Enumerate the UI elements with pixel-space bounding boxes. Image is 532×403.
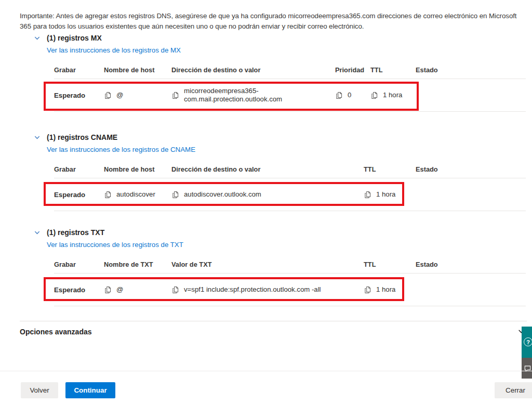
column-header: Valor de TXT — [171, 261, 364, 268]
record-cell: 1 hora — [364, 285, 416, 294]
column-header: TTL — [370, 66, 416, 74]
table-header-row: GrabarNombre de hostDirección de destino… — [54, 163, 526, 178]
dns-records-section-txt: (1) registros TXTVer las instrucciones d… — [0, 228, 532, 306]
copy-icon[interactable] — [370, 92, 378, 99]
chevron-down-icon[interactable] — [33, 134, 41, 141]
record-cell: 0 — [335, 91, 370, 99]
copy-icon[interactable] — [364, 286, 371, 294]
record-value: @ — [116, 91, 123, 99]
record-value: 1 hora — [376, 285, 395, 294]
record-cell: autodiscover — [104, 190, 171, 199]
dns-records-table: GrabarNombre de TXTValor de TXTTTLEstado… — [54, 258, 526, 306]
help-icon: ? — [524, 337, 532, 346]
record-cell: 1 hora — [364, 190, 416, 199]
add-dns-records-page: { "notice": "Importante: Antes de agrega… — [0, 0, 532, 403]
dns-records-section-cname: (1) registros CNAMEVer las instrucciones… — [0, 133, 532, 211]
copy-icon[interactable] — [104, 191, 112, 199]
advanced-options-toggle[interactable]: Opciones avanzadas — [20, 328, 92, 336]
section-instructions-link[interactable]: Ver las instrucciones de los registros d… — [47, 146, 195, 154]
footer-divider — [0, 371, 532, 371]
record-value: 1 hora — [383, 91, 402, 99]
record-status: Esperado — [54, 191, 104, 199]
chevron-down-icon[interactable] — [33, 229, 41, 236]
section-header: (1) registros CNAME — [0, 133, 532, 142]
copy-icon[interactable] — [104, 286, 112, 294]
record-value: v=spf1 include:spf.protection.outlook.co… — [184, 285, 321, 294]
record-value: 1 hora — [376, 190, 395, 199]
dns-record-row: Esperadoautodiscoverautodiscover.outlook… — [54, 178, 526, 211]
record-value: 0 — [348, 91, 351, 99]
section-instructions-link[interactable]: Ver las instrucciones de los registros d… — [47, 241, 183, 249]
record-cell: autodiscover.outlook.com — [171, 190, 364, 199]
column-header: Dirección de destino o valor — [171, 66, 335, 74]
copy-icon[interactable] — [171, 286, 179, 294]
dns-records-table: GrabarNombre de hostDirección de destino… — [54, 64, 526, 112]
continue-button[interactable]: Continuar — [65, 382, 115, 398]
dns-record-row: Esperado@micorreodeempresa365-com.mail.p… — [54, 79, 526, 112]
close-button[interactable]: Cerrar — [495, 382, 532, 398]
record-cell: micorreodeempresa365-com.mail.protection… — [171, 87, 335, 103]
record-cell: 1 hora — [370, 91, 416, 99]
record-value: @ — [116, 285, 123, 294]
column-header: Grabar — [54, 261, 104, 268]
column-header: Estado — [416, 261, 526, 268]
column-header: TTL — [364, 261, 416, 268]
copy-icon[interactable] — [171, 191, 179, 199]
record-cell: @ — [104, 285, 171, 294]
copy-icon[interactable] — [335, 92, 343, 99]
table-header-row: GrabarNombre de TXTValor de TXTTTLEstado — [54, 258, 526, 274]
column-header: Grabar — [54, 66, 104, 74]
column-header: TTL — [364, 165, 416, 173]
section-title: (1) registros CNAME — [47, 133, 117, 141]
section-header: (1) registros TXT — [0, 228, 532, 237]
column-header: Nombre de TXT — [104, 261, 171, 268]
copy-icon[interactable] — [171, 92, 179, 99]
copy-icon[interactable] — [364, 191, 371, 199]
dns-records-table: GrabarNombre de hostDirección de destino… — [54, 163, 526, 211]
dns-records-section-mx: (1) registros MXVer las instrucciones de… — [0, 33, 532, 112]
column-header: Estado — [416, 66, 526, 74]
column-header: Grabar — [54, 165, 104, 173]
important-notice-text: Importante: Antes de agregar estos regis… — [20, 11, 527, 32]
record-value: micorreodeempresa365-com.mail.protection… — [184, 87, 291, 103]
column-header: Prioridad — [335, 66, 370, 74]
feedback-button[interactable] — [522, 358, 532, 379]
section-header: (1) registros MX — [0, 33, 532, 43]
record-status: Esperado — [54, 286, 104, 294]
advanced-options-divider — [20, 321, 527, 321]
record-cell: v=spf1 include:spf.protection.outlook.co… — [171, 285, 364, 294]
help-button[interactable]: ? — [522, 327, 532, 358]
section-title: (1) registros TXT — [47, 228, 104, 237]
record-status: Esperado — [54, 92, 104, 99]
section-instructions-link[interactable]: Ver las instrucciones de los registros d… — [47, 46, 181, 55]
record-value: autodiscover.outlook.com — [184, 190, 261, 199]
column-header: Estado — [416, 165, 526, 173]
record-cell: @ — [104, 91, 171, 99]
chevron-down-icon[interactable] — [33, 34, 41, 42]
copy-icon[interactable] — [104, 92, 112, 99]
record-value: autodiscover — [116, 190, 155, 199]
column-header: Dirección de destino o valor — [171, 165, 364, 173]
back-button[interactable]: Volver — [21, 382, 58, 398]
dns-record-row: Esperado@v=spf1 include:spf.protection.o… — [54, 274, 526, 306]
column-header: Nombre de host — [104, 165, 171, 173]
section-title: (1) registros MX — [47, 34, 102, 42]
table-header-row: GrabarNombre de hostDirección de destino… — [54, 64, 526, 79]
column-header: Nombre de host — [104, 66, 171, 74]
